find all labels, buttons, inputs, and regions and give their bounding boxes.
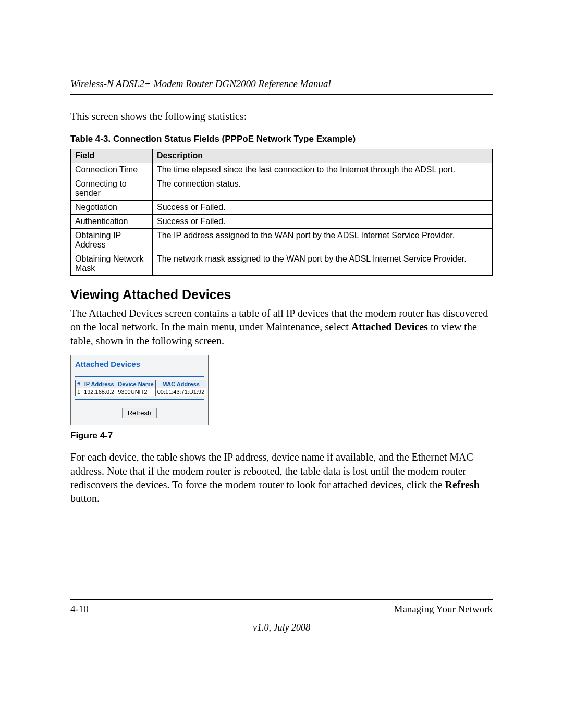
page-number: 4-10 [70,603,89,615]
cell-desc: The time elapsed since the last connecti… [153,163,493,177]
attached-devices-title: Attached Devices [75,360,204,368]
refresh-button[interactable]: Refresh [122,408,157,418]
para2-bold: Refresh [445,479,480,490]
cell-field: Negotiation [71,201,153,215]
table-row: Obtaining IP Address The IP address assi… [71,229,493,252]
cell-desc: The network mask assigned to the WAN por… [153,252,493,276]
table-row: Connecting to sender The connection stat… [71,177,493,201]
cell-number: 1 [76,388,82,396]
th-mac-address: MAC Address [155,380,206,388]
section-para-2: For each device, the table shows the IP … [70,450,493,505]
table-row: Obtaining Network Mask The network mask … [71,252,493,276]
footer-rule [70,599,493,600]
figure-caption: Figure 4-7 [70,430,493,441]
th-number: # [76,380,82,388]
page: Wireless-N ADSL2+ Modem Router DGN2000 R… [0,0,563,664]
cell-desc: The connection status. [153,177,493,201]
footer-version: v1.0, July 2008 [70,622,493,633]
attached-devices-panel: Attached Devices # IP Address Device Nam… [70,355,209,425]
cell-mac: 00:11:43:71:D1:92 [155,388,206,396]
section-para-1: The Attached Devices screen contains a t… [70,306,493,348]
table-row: Authentication Success or Failed. [71,215,493,229]
connection-status-table: Field Description Connection Time The ti… [70,149,493,276]
running-header: Wireless-N ADSL2+ Modem Router DGN2000 R… [70,78,493,95]
cell-field: Obtaining IP Address [71,229,153,252]
th-description: Description [153,149,493,163]
chapter-title: Managing Your Network [394,603,493,615]
divider [75,376,204,377]
button-row: Refresh [75,408,204,418]
cell-name: 9300UNIT2 [116,388,156,396]
th-ip-address: IP Address [82,380,116,388]
table-caption: Table 4-3. Connection Status Fields (PPP… [70,134,493,144]
cell-desc: The IP address assigned to the WAN port … [153,229,493,252]
cell-field: Connection Time [71,163,153,177]
para1-bold: Attached Devices [351,321,428,332]
intro-line: This screen shows the following statisti… [70,109,493,124]
cell-desc: Success or Failed. [153,201,493,215]
cell-field: Connecting to sender [71,177,153,201]
attached-devices-screenshot: Attached Devices # IP Address Device Nam… [70,355,209,425]
device-row: 1 192.168.0.2 9300UNIT2 00:11:43:71:D1:9… [76,388,206,396]
footer-row: 4-10 Managing Your Network [70,603,493,615]
table-row: Negotiation Success or Failed. [71,201,493,215]
cell-field: Authentication [71,215,153,229]
cell-field: Obtaining Network Mask [71,252,153,276]
divider [75,399,204,400]
th-field: Field [71,149,153,163]
cell-ip: 192.168.0.2 [82,388,116,396]
table-row: Connection Time The time elapsed since t… [71,163,493,177]
para2-pre: For each device, the table shows the IP … [70,451,473,490]
section-heading: Viewing Attached Devices [70,287,493,302]
para2-post: button. [70,492,100,504]
th-device-name: Device Name [116,380,156,388]
attached-devices-table: # IP Address Device Name MAC Address 1 1… [75,380,206,396]
cell-desc: Success or Failed. [153,215,493,229]
